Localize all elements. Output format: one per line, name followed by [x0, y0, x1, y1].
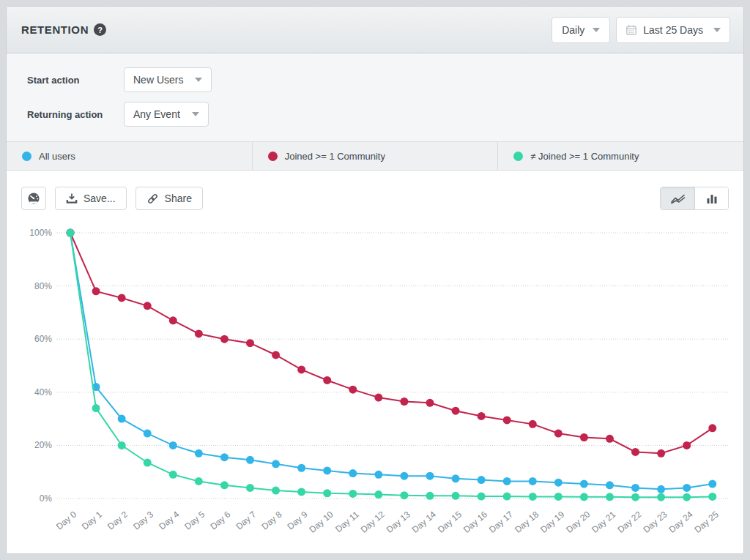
svg-text:Day 7: Day 7 — [234, 509, 258, 531]
chart-panel: Save... Share — [7, 171, 743, 554]
series-dot-blue — [22, 152, 31, 161]
svg-text:Day 14: Day 14 — [410, 509, 438, 534]
retention-card: RETENTION ? Daily — [6, 6, 744, 554]
svg-text:Day 18: Day 18 — [513, 509, 541, 534]
svg-text:Day 15: Day 15 — [436, 509, 464, 534]
share-button-label: Share — [165, 193, 192, 204]
add-to-dashboard-button[interactable] — [21, 187, 46, 210]
page-title: RETENTION — [21, 23, 89, 36]
svg-text:Day 24: Day 24 — [667, 509, 694, 534]
svg-text:Day 16: Day 16 — [461, 509, 489, 534]
topbar: RETENTION ? Daily — [7, 7, 743, 53]
svg-text:Day 9: Day 9 — [286, 509, 310, 531]
returning-action-label: Returning action — [27, 109, 124, 120]
chevron-down-icon — [713, 28, 721, 32]
legend-tab-joined-community[interactable]: Joined >= 1 Community — [252, 142, 498, 170]
save-button-label: Save... — [83, 193, 116, 204]
chevron-down-icon — [195, 78, 202, 82]
legend-tab-all-users[interactable]: All users — [7, 142, 252, 170]
svg-text:0%: 0% — [40, 493, 53, 504]
legend-label: All users — [39, 151, 75, 162]
svg-text:20%: 20% — [34, 440, 52, 450]
start-action-value: New Users — [133, 74, 183, 86]
bar-chart-icon — [706, 193, 718, 204]
download-icon — [66, 193, 78, 204]
svg-text:Day 8: Day 8 — [259, 509, 283, 531]
bar-chart-toggle[interactable] — [694, 187, 728, 209]
date-range-value: Last 25 Days — [643, 24, 703, 36]
svg-text:80%: 80% — [34, 281, 52, 291]
link-icon — [146, 193, 159, 205]
interval-dropdown-value: Daily — [562, 24, 584, 36]
calendar-icon — [625, 24, 637, 36]
line-chart-icon — [670, 193, 686, 204]
filters-section: Start action New Users Returning action … — [7, 53, 743, 141]
svg-text:Day 22: Day 22 — [615, 509, 643, 534]
svg-text:Day 6: Day 6 — [208, 509, 232, 531]
svg-text:Day 5: Day 5 — [182, 509, 207, 531]
series-dot-teal — [513, 152, 523, 161]
retention-chart[interactable]: 0%20%40%60%80%100%Day 0Day 1Day 2Day 3Da… — [7, 171, 744, 554]
legend-tabs: All users Joined >= 1 Community ≠ Joined… — [7, 141, 743, 171]
chart-type-toggle — [660, 187, 729, 210]
save-button[interactable]: Save... — [55, 187, 127, 210]
gauge-icon — [27, 192, 40, 205]
start-action-dropdown[interactable]: New Users — [124, 67, 212, 92]
chevron-down-icon — [192, 112, 199, 116]
svg-text:Day 12: Day 12 — [359, 509, 387, 534]
svg-text:Day 13: Day 13 — [385, 509, 412, 534]
svg-text:Day 1: Day 1 — [80, 509, 104, 531]
svg-text:Day 0: Day 0 — [54, 509, 78, 531]
series-dot-red — [268, 152, 278, 161]
svg-text:Day 19: Day 19 — [538, 509, 566, 534]
share-button[interactable]: Share — [135, 187, 203, 210]
svg-text:60%: 60% — [34, 334, 52, 344]
legend-label: ≠ Joined >= 1 Community — [530, 151, 639, 162]
chart-toolbar: Save... Share — [21, 187, 729, 210]
start-action-label: Start action — [27, 75, 124, 86]
svg-text:Day 3: Day 3 — [131, 509, 155, 531]
svg-text:Day 25: Day 25 — [693, 509, 721, 534]
svg-text:Day 2: Day 2 — [105, 509, 130, 531]
svg-text:Day 4: Day 4 — [157, 509, 181, 531]
svg-text:Day 23: Day 23 — [641, 509, 669, 534]
svg-text:Day 11: Day 11 — [333, 509, 361, 534]
returning-action-dropdown[interactable]: Any Event — [124, 102, 209, 127]
date-range-dropdown[interactable]: Last 25 Days — [616, 17, 730, 43]
interval-dropdown[interactable]: Daily — [552, 17, 610, 43]
page-background: RETENTION ? Daily — [0, 0, 750, 560]
svg-text:Day 20: Day 20 — [564, 509, 592, 534]
svg-text:Day 17: Day 17 — [487, 509, 515, 534]
help-icon[interactable]: ? — [94, 23, 106, 36]
line-chart-toggle[interactable] — [661, 187, 694, 209]
svg-text:100%: 100% — [29, 228, 52, 238]
svg-text:Day 21: Day 21 — [590, 509, 617, 534]
svg-text:Day 10: Day 10 — [307, 509, 335, 534]
legend-label: Joined >= 1 Community — [285, 151, 385, 162]
legend-tab-not-joined-community[interactable]: ≠ Joined >= 1 Community — [497, 142, 743, 170]
svg-text:40%: 40% — [34, 387, 52, 397]
chevron-down-icon — [593, 28, 600, 32]
returning-action-value: Any Event — [133, 108, 180, 120]
